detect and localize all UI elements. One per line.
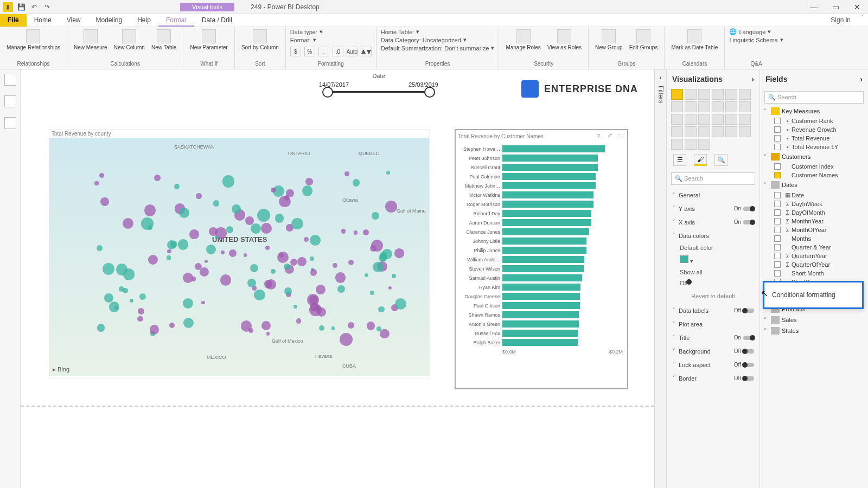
sort-by-column-button[interactable]: Sort by Column bbox=[239, 28, 281, 52]
new-group-button[interactable]: New Group bbox=[593, 28, 625, 52]
bar-rect[interactable] bbox=[502, 210, 591, 217]
map-bubble[interactable] bbox=[341, 229, 346, 233]
map-bubble[interactable] bbox=[200, 267, 209, 277]
viz-py-icon[interactable] bbox=[739, 126, 751, 137]
field-checkbox[interactable] bbox=[774, 261, 781, 268]
map-bubble[interactable] bbox=[251, 223, 261, 234]
bar-rect[interactable] bbox=[502, 247, 586, 254]
field-row[interactable]: Customer Names bbox=[760, 171, 868, 179]
expand-fields-icon[interactable]: › bbox=[860, 75, 863, 84]
format-dropdown[interactable]: Format: ▾ bbox=[290, 36, 372, 43]
map-bubble[interactable] bbox=[284, 264, 290, 270]
map-bubble[interactable] bbox=[367, 322, 375, 330]
viz-type-icon[interactable] bbox=[739, 101, 751, 112]
map-bubble[interactable] bbox=[340, 333, 353, 346]
map-bubble[interactable] bbox=[103, 263, 114, 275]
map-bubble[interactable] bbox=[97, 324, 105, 331]
new-table-button[interactable]: New Table bbox=[149, 28, 179, 52]
map-bubble[interactable] bbox=[386, 171, 390, 175]
bar-rect[interactable] bbox=[502, 311, 579, 318]
format-tab-icon[interactable]: 🖌 bbox=[694, 154, 707, 166]
filters-pane-collapsed[interactable]: ‹ Filters bbox=[654, 69, 666, 488]
tab-modeling[interactable]: Modeling bbox=[88, 14, 130, 27]
map-bubble[interactable] bbox=[183, 298, 193, 309]
map-bubble[interactable] bbox=[100, 197, 109, 206]
fields-search-input[interactable]: 🔍 Search bbox=[764, 91, 864, 104]
mark-date-table-button[interactable]: Mark as Date Table bbox=[669, 28, 720, 52]
data-category-dropdown[interactable]: Data Category: Uncategorized ▾ bbox=[381, 36, 495, 43]
decimal-icon[interactable]: .0 bbox=[333, 47, 343, 56]
minimize-icon[interactable]: — bbox=[803, 0, 825, 14]
viz-type-icon[interactable] bbox=[698, 101, 710, 112]
map-bubble[interactable] bbox=[291, 218, 303, 229]
map-bubble[interactable] bbox=[104, 293, 113, 303]
map-bubble[interactable] bbox=[316, 285, 326, 294]
format-background[interactable]: ˅BackgroundOff bbox=[667, 344, 760, 358]
table-row[interactable]: ˅Sales bbox=[760, 314, 868, 325]
map-bubble[interactable] bbox=[277, 252, 289, 263]
map-bubble[interactable] bbox=[205, 260, 208, 263]
tab-home[interactable]: Home bbox=[27, 14, 59, 27]
viz-type-icon[interactable] bbox=[671, 101, 683, 112]
data-labels-toggle[interactable] bbox=[743, 309, 754, 313]
new-measure-button[interactable]: New Measure bbox=[72, 28, 110, 52]
close-icon[interactable]: ✕ bbox=[846, 0, 868, 14]
map-bubble[interactable] bbox=[348, 322, 354, 329]
bar-rect[interactable] bbox=[502, 237, 586, 245]
field-checkbox[interactable] bbox=[774, 253, 781, 259]
map-bubble[interactable] bbox=[388, 286, 392, 290]
viz-type-icon[interactable] bbox=[725, 89, 737, 100]
map-bubble[interactable] bbox=[297, 257, 307, 266]
bar-rect[interactable] bbox=[502, 274, 582, 281]
map-bubble[interactable] bbox=[261, 223, 272, 234]
maximize-icon[interactable]: ▭ bbox=[825, 0, 846, 14]
bar-rect[interactable] bbox=[502, 339, 578, 346]
comma-icon[interactable]: , bbox=[318, 47, 329, 56]
map-bubble[interactable] bbox=[226, 226, 234, 234]
map-bubble[interactable] bbox=[363, 229, 369, 235]
title-toggle[interactable] bbox=[743, 336, 754, 340]
map-bubble[interactable] bbox=[271, 188, 276, 193]
map-bubble[interactable] bbox=[123, 218, 133, 229]
map-bubble[interactable] bbox=[317, 307, 326, 317]
format-data-labels[interactable]: ˅Data labelsOff bbox=[667, 304, 760, 317]
map-bubble[interactable] bbox=[179, 208, 189, 218]
map-bubble[interactable] bbox=[139, 293, 146, 300]
table-row[interactable]: ˅Key Measures bbox=[760, 106, 868, 117]
format-x-axis[interactable]: ˅X axisOn bbox=[667, 215, 760, 229]
map-bubble[interactable] bbox=[183, 318, 194, 328]
map-bubble[interactable] bbox=[394, 248, 404, 258]
tab-view[interactable]: View bbox=[59, 14, 88, 27]
tab-format[interactable]: Format bbox=[158, 14, 194, 27]
viz-type-icon[interactable] bbox=[685, 126, 697, 137]
map-bubble[interactable] bbox=[335, 272, 346, 282]
tab-data-drill[interactable]: Data / Drill bbox=[194, 14, 240, 27]
table-row[interactable]: ˅Customers bbox=[760, 151, 868, 162]
background-toggle[interactable] bbox=[743, 349, 754, 354]
map-bubble[interactable] bbox=[252, 286, 257, 290]
redo-icon[interactable]: ↷ bbox=[42, 2, 52, 12]
map-bubble[interactable] bbox=[138, 308, 144, 314]
map-bubble[interactable] bbox=[266, 279, 276, 290]
field-checkbox[interactable] bbox=[774, 118, 781, 124]
fields-tab-icon[interactable]: ☰ bbox=[673, 154, 686, 166]
format-search-input[interactable]: 🔍 Search bbox=[671, 172, 755, 185]
map-bubble[interactable] bbox=[189, 229, 199, 239]
viz-type-icon[interactable] bbox=[712, 114, 724, 125]
map-bubble[interactable] bbox=[378, 306, 384, 312]
field-checkbox[interactable] bbox=[774, 126, 781, 133]
map-bubble[interactable] bbox=[310, 269, 317, 275]
map-bubble[interactable] bbox=[209, 227, 218, 236]
auto-decimals[interactable]: Auto bbox=[347, 47, 358, 56]
format-lock-aspect[interactable]: ˅Lock aspectOff bbox=[667, 358, 760, 371]
field-checkbox[interactable] bbox=[774, 270, 781, 277]
map-visual[interactable]: Total Revenue by county UNITED STATES ME… bbox=[49, 129, 430, 378]
map-bubble[interactable] bbox=[167, 240, 176, 249]
expand-filters-icon[interactable]: ‹ bbox=[660, 74, 662, 81]
map-bubble[interactable] bbox=[137, 316, 143, 322]
map-bubble[interactable] bbox=[221, 251, 225, 254]
map-bubble[interactable] bbox=[333, 263, 337, 268]
map-bubble[interactable] bbox=[344, 171, 349, 176]
tab-help[interactable]: Help bbox=[130, 14, 158, 27]
map-bubble[interactable] bbox=[148, 225, 152, 230]
